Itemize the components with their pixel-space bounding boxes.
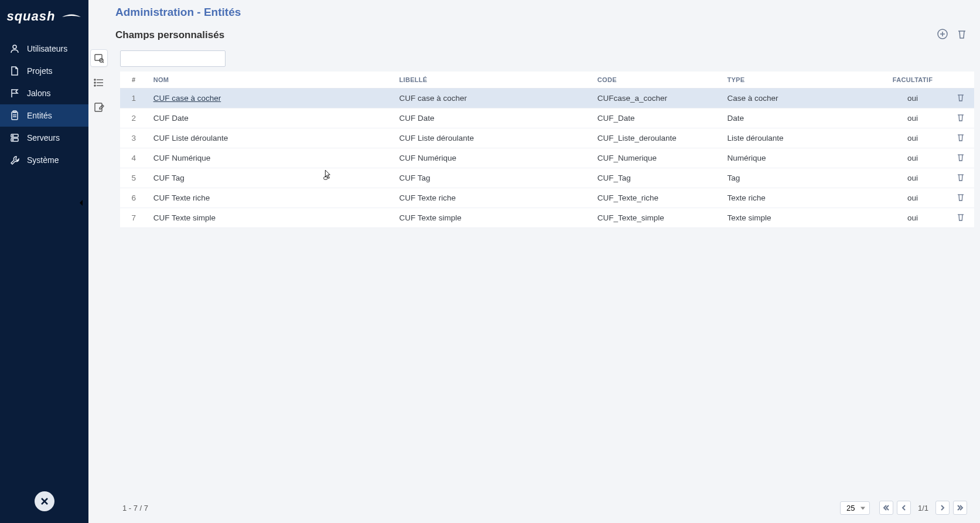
sidebar-item-entités[interactable]: Entités: [0, 104, 88, 127]
row-num: 4: [120, 148, 148, 168]
first-page-button[interactable]: [879, 501, 893, 515]
sidebar-item-projets[interactable]: Projets: [0, 60, 88, 82]
rail-item-edit[interactable]: [90, 99, 108, 116]
row-name-link[interactable]: CUF Date: [153, 114, 189, 123]
rail-item-list[interactable]: [90, 74, 108, 91]
prev-page-button[interactable]: [897, 501, 911, 515]
delete-row-button[interactable]: [957, 113, 965, 122]
table-row[interactable]: 3CUF Liste déroulanteCUF Liste déroulant…: [120, 128, 974, 148]
row-libelle: CUF Texte simple: [394, 208, 592, 228]
row-code: CUF_Numerique: [592, 148, 722, 168]
row-num: 7: [120, 208, 148, 228]
wrench-icon: [9, 155, 20, 165]
rail-item-search[interactable]: [90, 49, 108, 67]
row-facultatif: oui: [879, 89, 947, 108]
page-count: 1/1: [914, 504, 932, 512]
delete-row-button[interactable]: [957, 133, 965, 142]
col-header-libelle[interactable]: LIBELLÉ: [394, 72, 592, 89]
table-row[interactable]: 6CUF Texte richeCUF Texte richeCUF_Texte…: [120, 188, 974, 208]
table-row[interactable]: 5CUF TagCUF TagCUF_TagTagoui: [120, 168, 974, 188]
row-num: 1: [120, 89, 148, 108]
row-name-link[interactable]: CUF case à cocher: [153, 94, 221, 103]
sidebar-item-label: Entités: [27, 111, 52, 120]
svg-point-19: [94, 82, 95, 83]
svg-rect-12: [95, 55, 102, 60]
sidebar-item-utilisateurs[interactable]: Utilisateurs: [0, 38, 88, 60]
row-facultatif: oui: [879, 188, 947, 208]
delete-row-button[interactable]: [957, 192, 965, 202]
svg-line-14: [103, 62, 104, 63]
col-header-type[interactable]: TYPE: [721, 72, 878, 89]
row-facultatif: oui: [879, 128, 947, 148]
delete-row-button[interactable]: [957, 152, 965, 162]
col-header-nom[interactable]: NOM: [148, 72, 394, 89]
col-header-num[interactable]: #: [120, 72, 148, 89]
delete-row-button[interactable]: [957, 93, 965, 102]
sidebar-item-serveurs[interactable]: Serveurs: [0, 127, 88, 149]
row-type: Liste déroulante: [721, 128, 878, 148]
row-code: CUF_Texte_simple: [592, 208, 722, 228]
user-icon: [9, 43, 20, 54]
workspace-rail: [88, 0, 110, 523]
row-facultatif: oui: [879, 108, 947, 128]
row-num: 2: [120, 108, 148, 128]
delete-all-button[interactable]: [957, 28, 967, 42]
row-type: Texte riche: [721, 188, 878, 208]
row-name-link[interactable]: CUF Numérique: [153, 154, 211, 162]
row-type: Tag: [721, 168, 878, 188]
row-facultatif: oui: [879, 208, 947, 228]
sidebar-item-label: Projets: [27, 66, 53, 76]
custom-fields-table: # NOM LIBELLÉ CODE TYPE FACULTATIF 1CUF …: [120, 72, 974, 228]
app-logo: squash: [0, 0, 88, 33]
row-type: Texte simple: [721, 208, 878, 228]
row-facultatif: oui: [879, 168, 947, 188]
last-page-button[interactable]: [953, 501, 967, 515]
svg-point-20: [94, 85, 95, 86]
sidebar-item-label: Système: [27, 155, 59, 165]
delete-row-button[interactable]: [957, 172, 965, 182]
row-type: Date: [721, 108, 878, 128]
sidebar-item-système[interactable]: Système: [0, 149, 88, 171]
delete-row-button[interactable]: [957, 212, 965, 222]
main-content: Administration - Entités Champs personna…: [110, 0, 980, 523]
row-name-link[interactable]: CUF Texte riche: [153, 193, 210, 202]
add-button[interactable]: [937, 28, 948, 42]
row-name-link[interactable]: CUF Tag: [153, 174, 185, 182]
collapse-sidebar-button[interactable]: [78, 198, 85, 209]
row-libelle: CUF Liste déroulante: [394, 128, 592, 148]
row-libelle: CUF Numérique: [394, 148, 592, 168]
row-type: Numérique: [721, 148, 878, 168]
page-title: Administration - Entités: [115, 6, 967, 19]
table-row[interactable]: 7CUF Texte simpleCUF Texte simpleCUF_Tex…: [120, 208, 974, 228]
clipboard-icon: [9, 110, 20, 121]
row-code: CUF_Date: [592, 108, 722, 128]
search-input[interactable]: [124, 55, 223, 63]
row-num: 3: [120, 128, 148, 148]
row-code: CUF_Liste_deroulante: [592, 128, 722, 148]
table-row[interactable]: 4CUF NumériqueCUF NumériqueCUF_Numerique…: [120, 148, 974, 168]
svg-rect-2: [12, 112, 18, 120]
row-libelle: CUF Texte riche: [394, 188, 592, 208]
row-name-link[interactable]: CUF Liste déroulante: [153, 134, 228, 142]
logo-text: squash: [6, 9, 81, 24]
next-page-button[interactable]: [935, 501, 950, 515]
row-libelle: CUF Tag: [394, 168, 592, 188]
result-range: 1 - 7 / 7: [122, 504, 148, 512]
svg-point-0: [13, 45, 16, 49]
table-footer: 1 - 7 / 7 25 1/1: [110, 495, 980, 523]
table-row[interactable]: 1CUF case à cocherCUF case à cocherCUFca…: [120, 89, 974, 108]
row-num: 6: [120, 188, 148, 208]
sidebar-item-jalons[interactable]: Jalons: [0, 82, 88, 104]
col-header-code[interactable]: CODE: [592, 72, 722, 89]
file-icon: [9, 66, 20, 76]
row-name-link[interactable]: CUF Texte simple: [153, 213, 216, 222]
page-size-select[interactable]: 25: [840, 501, 870, 515]
flag-icon: [9, 88, 20, 99]
table-row[interactable]: 2CUF DateCUF DateCUF_DateDateoui: [120, 108, 974, 128]
sidebar-item-label: Utilisateurs: [27, 44, 67, 53]
server-icon: [9, 133, 20, 143]
close-admin-button[interactable]: [35, 491, 54, 511]
search-box[interactable]: [120, 50, 226, 67]
page-subtitle: Champs personnalisés: [115, 29, 224, 41]
col-header-facultatif[interactable]: FACULTATIF: [879, 72, 947, 89]
